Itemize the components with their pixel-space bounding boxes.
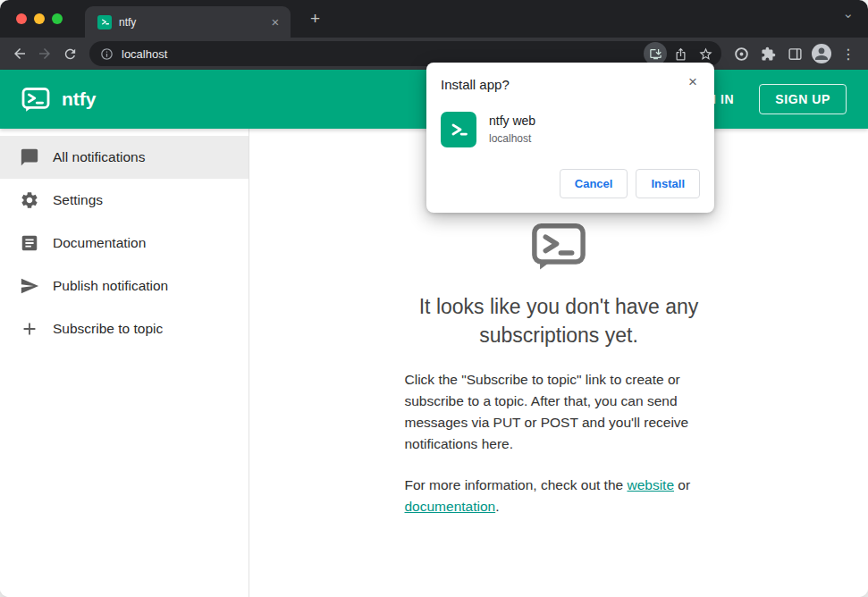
side-panel-icon[interactable] <box>782 41 807 66</box>
tab-search-chevron-icon[interactable]: ⌄ <box>842 5 854 21</box>
dialog-app-name: ntfy web <box>489 114 535 128</box>
sidebar-item-settings[interactable]: Settings <box>0 179 249 222</box>
extensions-puzzle-icon[interactable] <box>755 41 780 66</box>
close-icon[interactable]: × <box>684 73 702 91</box>
dialog-actions: Cancel Install <box>441 169 700 198</box>
browser-tab[interactable]: ntfy × <box>85 6 291 38</box>
titlebar: ntfy × + ⌄ <box>0 0 868 38</box>
dialog-app-origin: localhost <box>489 132 535 145</box>
chat-bubble-icon <box>19 147 40 168</box>
close-window-button[interactable] <box>16 13 27 24</box>
article-icon <box>19 232 40 254</box>
cancel-button[interactable]: Cancel <box>560 169 628 198</box>
window-controls <box>16 13 63 24</box>
tab-title: ntfy <box>119 16 267 29</box>
more-info-text: . <box>495 499 499 514</box>
dialog-app-texts: ntfy web localhost <box>489 112 535 145</box>
toolbar-right-cluster: ⋮ <box>729 41 861 66</box>
documentation-link[interactable]: documentation <box>405 499 496 514</box>
install-button[interactable]: Install <box>636 169 700 198</box>
sidebar-item-all-notifications[interactable]: All notifications <box>0 136 249 179</box>
profile-avatar[interactable] <box>809 41 834 66</box>
empty-state-paragraph: Click the "Subscribe to topic" link to c… <box>405 369 713 455</box>
send-icon <box>19 275 40 297</box>
zoom-window-button[interactable] <box>52 13 63 24</box>
website-link[interactable]: website <box>627 477 674 492</box>
sidebar-item-subscribe-to-topic[interactable]: Subscribe to topic <box>0 307 249 350</box>
empty-state-more-info: For more information, check out the webs… <box>405 475 713 517</box>
sidebar-item-publish-notification[interactable]: Publish notification <box>0 265 249 307</box>
sidebar-item-documentation[interactable]: Documentation <box>0 222 249 265</box>
url-text: localhost <box>122 47 642 61</box>
dialog-app-row: ntfy web localhost <box>441 112 700 147</box>
sidebar-item-label: Documentation <box>53 235 146 251</box>
sidebar-item-label: Subscribe to topic <box>53 321 163 337</box>
empty-state-heading: It looks like you don't have any subscri… <box>380 293 737 349</box>
new-tab-button[interactable]: + <box>304 8 326 30</box>
browser-menu-icon[interactable]: ⋮ <box>836 41 861 66</box>
sign-up-button[interactable]: SIGN UP <box>759 84 847 114</box>
ntfy-app-icon <box>441 112 476 147</box>
circular-extension-icon[interactable] <box>729 41 754 66</box>
brand-title: ntfy <box>62 88 97 110</box>
sidebar-item-label: Settings <box>53 192 103 208</box>
sidebar: All notifications Settings Documentation… <box>0 129 249 597</box>
site-info-icon[interactable] <box>100 47 114 61</box>
install-app-dialog: Install app? × ntfy web localhost Cancel… <box>426 63 714 213</box>
dialog-title: Install app? <box>441 77 700 92</box>
reload-button[interactable] <box>57 41 82 66</box>
ntfy-logo-large-icon <box>531 222 586 275</box>
forward-button[interactable] <box>32 41 57 66</box>
back-button[interactable] <box>7 41 32 66</box>
more-info-text: or <box>674 477 690 492</box>
minimize-window-button[interactable] <box>34 13 45 24</box>
browser-window: ntfy × + ⌄ localhost <box>0 0 868 597</box>
tab-close-icon[interactable]: × <box>267 14 283 30</box>
plus-icon <box>19 318 40 340</box>
ntfy-favicon-icon <box>97 15 112 29</box>
sidebar-item-label: All notifications <box>53 149 145 165</box>
gear-icon <box>19 189 40 211</box>
more-info-text: For more information, check out the <box>405 477 628 492</box>
ntfy-logo-icon[interactable] <box>21 87 50 113</box>
sidebar-item-label: Publish notification <box>53 278 168 294</box>
